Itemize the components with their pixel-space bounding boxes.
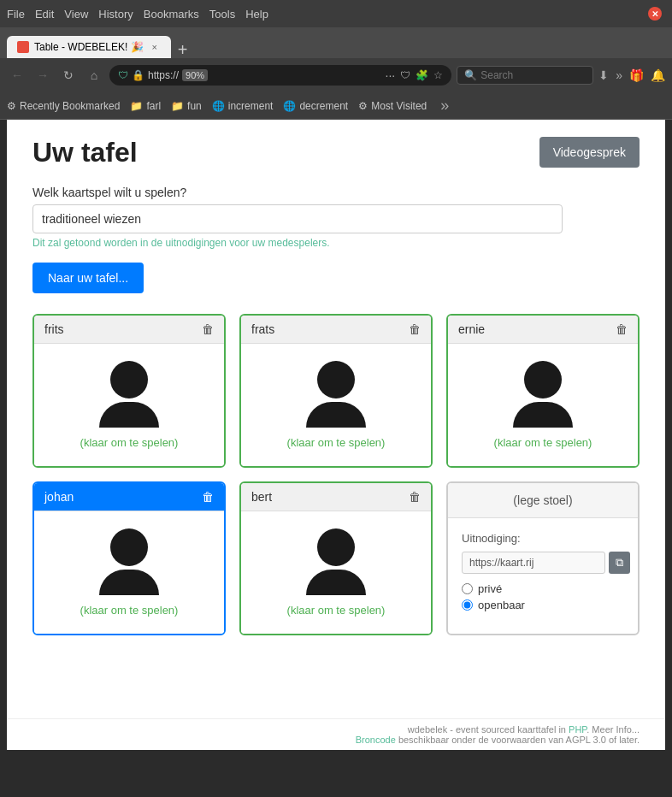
more-bookmarks-button[interactable]: » — [437, 97, 452, 115]
avatar-head — [110, 528, 148, 566]
download-icon[interactable]: ⬇ — [598, 68, 609, 82]
footer-text1: wdebelek - event sourced kaarttafel in — [408, 724, 569, 735]
radio-openbaar[interactable]: openbaar — [462, 599, 624, 611]
zoom-level[interactable]: 90% — [182, 69, 208, 81]
invite-label: Uitnodiging: — [462, 532, 624, 545]
player-name-ernie: ernie — [458, 322, 485, 336]
player-body-frats: (klaar om te spelen) — [241, 344, 431, 466]
player-header-frats: frats 🗑 — [241, 316, 431, 344]
bookmarks-bar: ⚙ Recently Bookmarked 📁 farl 📁 fun 🌐 inc… — [0, 92, 672, 120]
invite-input-row: ⧉ — [462, 552, 624, 574]
settings-icon: ⚙ — [7, 100, 16, 112]
reload-button[interactable]: ↻ — [58, 65, 79, 86]
openbaar-label: openbaar — [478, 599, 525, 611]
player-body-bert: (klaar om te spelen) — [241, 511, 431, 634]
search-input[interactable] — [480, 69, 586, 81]
players-grid: frits 🗑 (klaar om te spelen) frats 🗑 — [32, 314, 640, 635]
tab-close-button[interactable]: × — [149, 41, 161, 53]
copy-invite-button[interactable]: ⧉ — [609, 552, 630, 574]
player-header-frits: frits 🗑 — [34, 316, 224, 344]
addon-icon: 🧩 — [416, 69, 428, 81]
player-card-bert: bert 🗑 (klaar om te spelen) — [239, 481, 433, 635]
avatar-frits — [99, 361, 159, 428]
settings-icon: ⚙ — [358, 100, 368, 112]
bookmark-decrement[interactable]: 🌐 decrement — [283, 100, 348, 112]
menu-file[interactable]: File — [7, 8, 25, 21]
footer-php-link[interactable]: PHP — [569, 724, 587, 735]
menu-tools[interactable]: Tools — [209, 8, 235, 21]
avatar-body — [99, 570, 159, 595]
more-tools-button[interactable]: » — [616, 68, 622, 82]
url-text: https:// — [148, 69, 179, 81]
tabbar: Table - WDEBELEK! 🎉 × + — [0, 27, 672, 58]
player-status-bert: (klaar om te spelen) — [287, 604, 386, 617]
bookmark-farl[interactable]: 📁 farl — [130, 100, 161, 112]
invite-url-input[interactable] — [462, 552, 605, 574]
bookmark-label: farl — [146, 100, 161, 112]
forward-button[interactable]: → — [32, 65, 53, 86]
avatar-body — [513, 402, 573, 428]
home-button[interactable]: ⌂ — [84, 65, 104, 86]
search-bar[interactable]: 🔍 — [457, 66, 593, 85]
prive-radio[interactable] — [462, 583, 473, 594]
menu-history[interactable]: History — [98, 8, 133, 21]
game-input[interactable] — [32, 204, 563, 233]
delete-player-johan[interactable]: 🗑 — [202, 490, 214, 504]
menu-bookmarks[interactable]: Bookmarks — [144, 8, 199, 21]
gift-icon[interactable]: 🎁 — [629, 68, 644, 82]
globe-icon: 🌐 — [283, 100, 296, 112]
shield-icon: 🛡 — [118, 69, 128, 81]
footer-source-link[interactable]: Broncode — [356, 735, 396, 745]
empty-seat-header: (lege stoel) — [448, 483, 638, 518]
tab-favicon — [17, 41, 29, 53]
delete-player-ernie[interactable]: 🗑 — [616, 322, 628, 336]
bookmark-label: decrement — [299, 100, 348, 112]
menu-help[interactable]: Help — [245, 8, 268, 21]
empty-seat-label: (lege stoel) — [513, 493, 572, 507]
bookmark-increment[interactable]: 🌐 increment — [212, 100, 274, 112]
active-tab[interactable]: Table - WDEBELEK! 🎉 × — [7, 36, 171, 58]
player-header-bert: bert 🗑 — [241, 483, 431, 511]
window-close-button[interactable]: ✕ — [648, 7, 662, 21]
radio-prive[interactable]: privé — [462, 582, 624, 595]
delete-player-frits[interactable]: 🗑 — [202, 322, 214, 336]
star-icon[interactable]: ☆ — [433, 69, 443, 81]
notification-icon[interactable]: 🔔 — [651, 68, 665, 82]
toolbar-icons: ⬇ » 🎁 🔔 — [598, 68, 665, 82]
avatar-body — [99, 402, 159, 428]
bookmark-most-visited[interactable]: ⚙ Most Visited — [358, 100, 427, 112]
url-bar[interactable]: 🛡 🔒 https:// 90% ··· 🛡 🧩 ☆ — [109, 65, 451, 86]
avatar-head — [110, 361, 148, 398]
menu-view[interactable]: View — [64, 8, 88, 21]
bookmark-fun[interactable]: 📁 fun — [171, 100, 202, 112]
empty-seat: (lege stoel) Uitnodiging: ⧉ privé openba… — [446, 481, 640, 635]
new-tab-button[interactable]: + — [171, 41, 195, 58]
form-label: Welk kaartspel wilt u spelen? — [32, 186, 640, 199]
folder-icon: 📁 — [130, 100, 143, 112]
avatar-head — [317, 361, 355, 398]
footer-text2: . Meer Info... — [587, 724, 640, 735]
player-name-bert: bert — [251, 490, 272, 504]
bookmark-label: increment — [228, 100, 274, 112]
delete-player-frats[interactable]: 🗑 — [409, 322, 421, 336]
player-name-frats: frats — [251, 322, 274, 336]
footer: wdebelek - event sourced kaarttafel in P… — [7, 718, 665, 750]
player-body-frits: (klaar om te spelen) — [34, 344, 224, 466]
back-button[interactable]: ← — [7, 65, 27, 86]
player-card-johan: johan 🗑 (klaar om te spelen) — [32, 481, 226, 635]
game-form: Welk kaartspel wilt u spelen? Dit zal ge… — [32, 186, 640, 249]
goto-table-button[interactable]: Naar uw tafel... — [32, 263, 144, 293]
openbaar-radio[interactable] — [462, 599, 473, 611]
titlebar: File Edit View History Bookmarks Tools H… — [0, 0, 672, 27]
video-call-button[interactable]: Videogesprek — [539, 137, 640, 168]
avatar-bert — [306, 528, 366, 595]
lock-icon: 🔒 — [132, 69, 144, 81]
player-status-ernie: (klaar om te spelen) — [494, 436, 592, 449]
tab-label: Table - WDEBELEK! 🎉 — [34, 41, 144, 53]
menu-edit[interactable]: Edit — [35, 8, 54, 21]
delete-player-bert[interactable]: 🗑 — [409, 490, 421, 504]
url-more-button[interactable]: ··· — [386, 68, 396, 82]
bookmark-recently-bookmarked[interactable]: ⚙ Recently Bookmarked — [7, 100, 120, 112]
player-header-johan: johan 🗑 — [34, 483, 224, 511]
addressbar: ← → ↻ ⌂ 🛡 🔒 https:// 90% ··· 🛡 🧩 ☆ 🔍 ⬇ »… — [0, 58, 672, 92]
